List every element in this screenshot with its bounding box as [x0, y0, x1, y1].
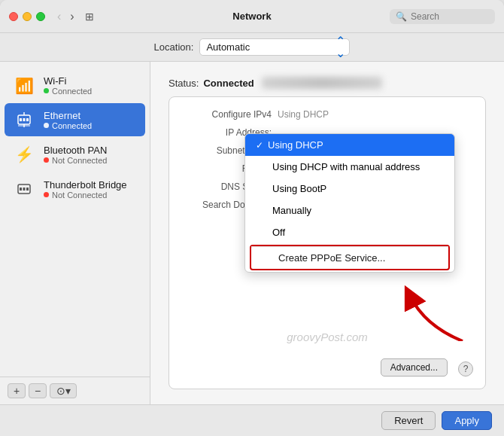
dropdown-item-pppoe[interactable]: Create PPPoE Service... [251, 246, 448, 269]
wifi-status: Connected [44, 87, 92, 96]
add-network-button[interactable]: + [8, 383, 26, 398]
search-icon: 🔍 [396, 11, 407, 22]
manually-label: Manually [272, 205, 311, 216]
network-window: ‹ › ⊞ Network 🔍 Location: Automatic ⌃⌄ 📶 [0, 0, 504, 436]
search-box[interactable]: 🔍 [390, 9, 495, 24]
thunderbolt-status: Not Connected [44, 191, 127, 200]
bootp-label: Using BootP [272, 183, 326, 194]
forward-button[interactable]: › [67, 8, 77, 25]
configure-label: Configure IPv4 [181, 109, 272, 120]
thunderbolt-name: Thunderbolt Bridge [44, 179, 127, 191]
svg-rect-3 [23, 118, 26, 121]
apply-button[interactable]: Apply [442, 411, 492, 430]
advanced-button[interactable]: Advanced... [381, 358, 448, 377]
status-label: Status: [169, 78, 199, 89]
thunderbolt-info: Thunderbolt Bridge Not Connected [44, 179, 127, 200]
ethernet-status: Connected [44, 121, 92, 130]
svg-rect-2 [20, 118, 22, 121]
watermark: groovyPost.com [287, 331, 368, 343]
svg-rect-4 [26, 118, 29, 121]
arrow-annotation [402, 281, 470, 343]
sidebar-item-thunderbolt[interactable]: Thunderbolt Bridge Not Connected [5, 172, 145, 206]
pppoe-label: Create PPPoE Service... [278, 252, 385, 264]
fullscreen-button[interactable] [36, 12, 45, 21]
location-select[interactable]: Automatic [199, 38, 350, 56]
wifi-icon: 📶 [12, 73, 36, 97]
blurred-info [262, 77, 382, 89]
bluetooth-name: Bluetooth PAN [44, 145, 107, 156]
thunderbolt-icon [12, 177, 36, 201]
close-button[interactable] [9, 12, 18, 21]
configure-ipv4-row: Configure IPv4 Using DHCP [181, 109, 473, 120]
dropdown-item-manually[interactable]: Manually [245, 200, 454, 221]
bottom-bar: Revert Apply [0, 404, 504, 436]
location-bar: Location: Automatic ⌃⌄ [0, 33, 504, 62]
off-label: Off [272, 227, 285, 238]
ethernet-name: Ethernet [44, 110, 92, 121]
svg-rect-9 [20, 188, 22, 191]
dropdown-item-bootp[interactable]: Using BootP [245, 178, 454, 200]
dhcp-manual-label: Using DHCP with manual address [272, 161, 420, 172]
nav-arrows: ‹ › [54, 8, 77, 25]
ethernet-status-dot [44, 123, 49, 128]
ethernet-icon [12, 108, 36, 132]
pppoe-wrapper: Create PPPoE Service... [245, 243, 454, 272]
back-button[interactable]: ‹ [54, 8, 64, 25]
svg-rect-11 [26, 188, 29, 191]
wifi-info: Wi-Fi Connected [44, 75, 92, 96]
svg-text:📶: 📶 [15, 77, 34, 95]
location-select-wrapper: Automatic ⌃⌄ [199, 38, 350, 56]
remove-network-button[interactable]: − [29, 383, 47, 398]
ethernet-info: Ethernet Connected [44, 110, 92, 130]
sidebar-footer: + − ⊙▾ [0, 377, 150, 404]
status-row: Status: Connected [169, 77, 486, 89]
configure-value: Using DHCP [278, 109, 473, 120]
search-input[interactable] [411, 11, 489, 22]
bluetooth-info: Bluetooth PAN Not Connected [44, 145, 107, 165]
help-button[interactable]: ? [458, 361, 473, 377]
detail-panel: Status: Connected Configure IPv4 Using D… [150, 62, 504, 404]
bluetooth-status-dot [44, 157, 49, 163]
wifi-status-dot [44, 88, 49, 93]
bluetooth-status: Not Connected [44, 156, 107, 165]
traffic-lights [9, 12, 45, 21]
check-icon: ✓ [256, 140, 263, 151]
location-label: Location: [154, 41, 194, 53]
svg-rect-10 [23, 188, 26, 191]
window-title: Network [232, 11, 271, 22]
grid-icon: ⊞ [85, 11, 94, 23]
sidebar: 📶 Wi-Fi Connected [0, 62, 150, 404]
bluetooth-icon: ⚡ [12, 142, 36, 166]
form-area: Configure IPv4 Using DHCP IP Address: Su… [169, 96, 486, 389]
dhcp-label: Using DHCP [268, 139, 323, 151]
sidebar-item-bluetooth[interactable]: ⚡ Bluetooth PAN Not Connected [5, 138, 145, 171]
sidebar-item-ethernet[interactable]: Ethernet Connected [5, 103, 145, 136]
wifi-name: Wi-Fi [44, 75, 92, 87]
pppoe-box: Create PPPoE Service... [250, 245, 450, 270]
dropdown-item-dhcp[interactable]: ✓ Using DHCP [245, 134, 454, 156]
dropdown-item-dhcp-manual[interactable]: Using DHCP with manual address [245, 156, 454, 178]
minimize-button[interactable] [23, 12, 32, 21]
titlebar: ‹ › ⊞ Network 🔍 [0, 0, 504, 33]
thunderbolt-status-dot [44, 192, 49, 197]
sidebar-item-wifi[interactable]: 📶 Wi-Fi Connected [5, 69, 145, 102]
revert-button[interactable]: Revert [381, 411, 436, 430]
status-value: Connected [203, 78, 254, 89]
main-content: 📶 Wi-Fi Connected [0, 62, 504, 404]
dropdown-item-off[interactable]: Off [245, 221, 454, 243]
configure-dropdown: ✓ Using DHCP Using DHCP with manual addr… [244, 133, 455, 273]
action-menu-button[interactable]: ⊙▾ [50, 383, 77, 398]
